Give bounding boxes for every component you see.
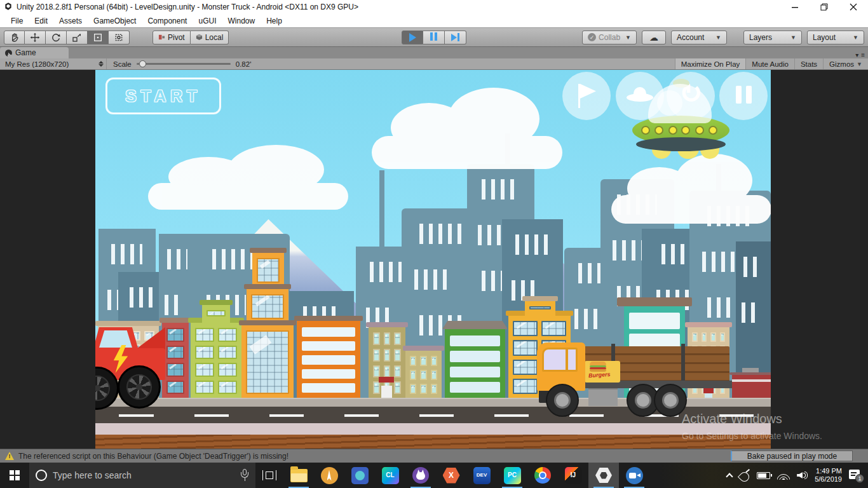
building-windows [743, 257, 763, 277]
layers-dropdown[interactable]: Layers▼ [743, 30, 802, 44]
window [218, 328, 237, 342]
window [394, 381, 401, 394]
log-truck: Burgers [532, 340, 742, 426]
building [191, 323, 241, 400]
tab-menu-icon[interactable]: ≡ [861, 51, 865, 58]
building [297, 321, 360, 400]
menu-item-gameobject[interactable]: GameObject [88, 15, 142, 27]
taskbar-clock[interactable]: 1:49 PM 5/6/2019 [815, 467, 842, 484]
hand-tool-button[interactable] [4, 30, 25, 44]
taskbar-app-chrome[interactable] [527, 463, 558, 488]
step-button[interactable] [445, 30, 466, 44]
rotate-tool-button[interactable] [46, 30, 67, 44]
window-band [302, 383, 355, 393]
bake-status-button[interactable]: Bake paused in play mode [731, 451, 853, 461]
taskbar-app-camera[interactable] [619, 463, 649, 488]
menu-item-help[interactable]: Help [261, 15, 288, 27]
taskbar-app-unity[interactable] [588, 463, 619, 488]
account-dropdown[interactable]: Account▼ [671, 30, 727, 44]
scale-slider[interactable] [137, 63, 231, 65]
notification-badge: 1 [855, 474, 864, 483]
wifi-icon[interactable] [777, 471, 790, 480]
game-view-icon [5, 50, 12, 57]
restore-button[interactable] [810, 0, 839, 14]
mute-audio-label: Mute Audio [752, 60, 789, 68]
menu-item-window[interactable]: Window [222, 15, 261, 27]
windows-logo-icon [10, 470, 20, 480]
menu-item-component[interactable]: Component [142, 15, 193, 27]
mute-audio-button[interactable]: Mute Audio [745, 58, 794, 69]
window [410, 370, 416, 380]
unity-logo-icon [4, 2, 13, 13]
volume-icon[interactable] [797, 471, 808, 480]
window [195, 346, 214, 360]
window-band [450, 336, 500, 346]
taskbar-search[interactable] [29, 463, 255, 488]
building-roof [685, 322, 732, 327]
rect-tool-button[interactable] [88, 30, 109, 44]
window [431, 384, 437, 394]
close-button[interactable] [839, 0, 868, 14]
building-windows [419, 224, 464, 244]
cloud-button[interactable]: ☁ [642, 30, 666, 44]
menu-item-file[interactable]: File [5, 15, 29, 27]
pivot-toggle-button[interactable]: Pivot [153, 30, 191, 44]
cloud [372, 105, 562, 169]
local-toggle-button[interactable]: Local [191, 30, 229, 44]
chrome-icon [534, 467, 551, 484]
taskbar-app-photos[interactable] [344, 463, 375, 488]
window-band [450, 382, 500, 393]
taskbar-app-dev-cpp[interactable]: DEV [466, 463, 497, 488]
building-windows [414, 269, 447, 290]
pivot-label: Pivot [168, 33, 185, 42]
tray-expand-icon[interactable] [726, 473, 733, 480]
collab-dropdown[interactable]: ✓ Collab▼ [582, 30, 637, 44]
pause-button[interactable] [423, 30, 445, 44]
window [420, 384, 426, 394]
menu-item-edit[interactable]: Edit [29, 15, 53, 27]
taskbar-app-github-desktop[interactable] [405, 463, 436, 488]
scale-tool-button[interactable] [67, 30, 88, 44]
action-center-button[interactable]: 1 [849, 470, 862, 481]
hud-flag-button[interactable] [562, 72, 611, 120]
stats-button[interactable]: Stats [794, 58, 823, 69]
taskbar-app-pycharm[interactable]: PC [497, 463, 527, 488]
microphone-icon[interactable] [240, 469, 249, 482]
window [410, 356, 416, 366]
tray-satellite-icon[interactable] [739, 470, 750, 481]
taskbar-app-xamarin[interactable]: X [436, 463, 466, 488]
layout-dropdown[interactable]: Layout▼ [807, 30, 864, 44]
status-message[interactable]: The referenced script on this Behaviour … [18, 452, 288, 461]
game-tab-label: Game [15, 48, 36, 57]
tab-game[interactable]: Game [0, 47, 69, 58]
scale-slider-handle[interactable] [139, 60, 146, 67]
battery-icon[interactable] [757, 472, 770, 479]
resolution-dropdown[interactable]: My Res (1280x720) [0, 58, 107, 69]
transform-tool-button[interactable] [109, 30, 130, 44]
window [513, 321, 538, 336]
search-input[interactable] [53, 470, 234, 480]
task-view-button[interactable] [255, 463, 283, 488]
move-tool-button[interactable] [25, 30, 46, 44]
minimize-button[interactable] [780, 0, 810, 14]
xamarin-icon: X [443, 468, 460, 484]
menu-item-ugui[interactable]: uGUI [193, 15, 222, 27]
window [394, 365, 401, 378]
gizmos-dropdown[interactable]: Gizmos▼ [823, 58, 868, 69]
taskbar-app-android-studio[interactable] [314, 463, 344, 488]
taskbar-app-intellij-idea[interactable]: IJ [558, 463, 588, 488]
tab-dropdown-icon[interactable]: ▾ [855, 51, 858, 58]
menu-item-assets[interactable]: Assets [53, 15, 88, 27]
window [257, 258, 280, 283]
maximize-on-play-button[interactable]: Maximize On Play [675, 58, 746, 69]
taskbar-app-clion[interactable]: CL [375, 463, 405, 488]
clion-icon: CL [382, 467, 399, 484]
taskbar-apps: CLXDEVPCIJ [283, 463, 649, 488]
window [420, 356, 426, 366]
taskbar-app-file-explorer[interactable] [283, 463, 314, 488]
game-view-toolbar: My Res (1280x720) Scale 0.82' Maximize O… [0, 58, 868, 70]
start-menu-button[interactable] [0, 463, 29, 488]
start-button[interactable]: START [105, 78, 221, 114]
play-button[interactable] [402, 30, 423, 44]
stepper-icon [98, 61, 104, 67]
